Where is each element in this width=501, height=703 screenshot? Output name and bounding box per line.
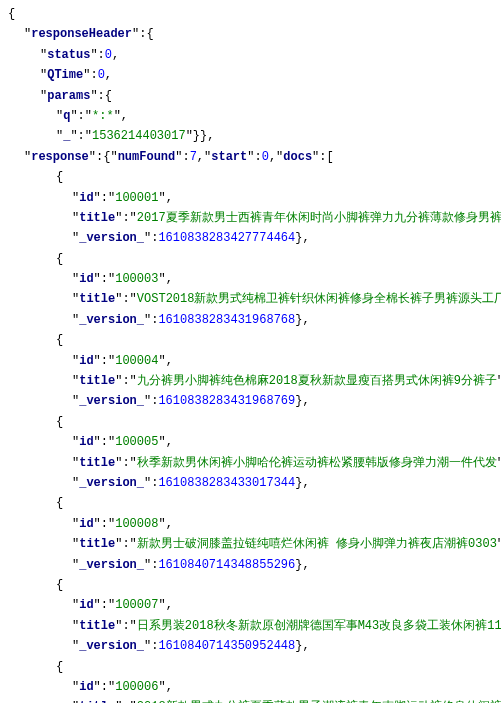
json-line: { [8,167,493,187]
json-punc: ": [90,48,104,62]
json-key: start [211,150,247,164]
json-punc: { [56,252,63,266]
json-key: title [79,537,115,551]
json-punc: "}}, [186,129,215,143]
json-punc: ", [497,374,501,388]
json-key: response [31,150,89,164]
json-punc: { [56,415,63,429]
json-line: "id":"100006", [8,677,493,697]
json-punc: { [56,578,63,592]
json-num: 0 [105,48,112,62]
json-num: 0 [98,68,105,82]
json-line: { [8,4,493,24]
json-punc: ", [158,191,172,205]
json-punc: ": [144,476,158,490]
json-punc: ": [144,558,158,572]
json-punc: ":{" [89,150,118,164]
json-line: "title":"九分裤男小脚裤纯色棉麻2018夏秋新款显瘦百搭男式休闲裤9分裤… [8,371,493,391]
json-key: title [79,619,115,633]
json-str: 100008 [115,517,158,531]
json-key: params [47,89,90,103]
json-key: QTime [47,68,83,82]
json-line: "_version_":1610838283431968769}, [8,391,493,411]
json-punc: ," [197,150,211,164]
json-num: 1610840714348855296 [158,558,295,572]
json-str: 日系男装2018秋冬新款原创潮牌德国军事M43改良多袋工装休闲裤115 [137,619,501,633]
json-key: id [79,191,93,205]
json-punc: ": [144,394,158,408]
json-num: 1610838283431968769 [158,394,295,408]
json-line: "status":0, [8,45,493,65]
json-punc: ": [175,150,189,164]
json-punc: ":" [115,537,137,551]
json-key: _version_ [79,476,144,490]
json-punc: }, [295,558,309,572]
json-punc: ":" [94,354,116,368]
json-punc: ":" [115,456,137,470]
json-punc: , [112,48,119,62]
json-line: "_version_":1610840714348855296}, [8,555,493,575]
json-line: "title":"秋季新款男休闲裤小脚哈伦裤运动裤松紧腰韩版修身弹力潮一件代发"… [8,453,493,473]
json-str: 100007 [115,598,158,612]
json-str: 2017夏季新款男士西裤青年休闲时尚小脚裤弹力九分裤薄款修身男裤 [137,211,501,225]
json-key: id [79,598,93,612]
json-punc: ": [144,639,158,653]
json-punc: ":[ [312,150,334,164]
json-str: 新款男士破洞膝盖拉链纯嘻烂休闲裤 修身小脚弹力裤夜店潮裤0303 [137,537,497,551]
json-punc: ", [158,435,172,449]
json-line: "title":"日系男装2018秋冬新款原创潮牌德国军事M43改良多袋工装休闲… [8,616,493,636]
json-key: _version_ [79,639,144,653]
json-line: "_":"1536214403017"}}, [8,126,493,146]
json-num: 1610838283433017344 [158,476,295,490]
json-line: "title":"新款男士破洞膝盖拉链纯嘻烂休闲裤 修身小脚弹力裤夜店潮裤030… [8,534,493,554]
json-key: id [79,517,93,531]
json-line: "response":{"numFound":7,"start":0,"docs… [8,147,493,167]
json-str: VOST2018新款男式纯棉卫裤针织休闲裤修身全棉长裤子男裤源头工厂 [137,292,501,306]
json-line: "_version_":1610838283427774464}, [8,228,493,248]
json-punc: ":" [94,435,116,449]
json-line: "id":"100003", [8,269,493,289]
json-punc: { [56,660,63,674]
json-punc: { [56,170,63,184]
json-punc: ", [114,109,128,123]
json-key: title [79,292,115,306]
json-str: 100006 [115,680,158,694]
json-line: "title":"VOST2018新款男式纯棉卫裤针织休闲裤修身全棉长裤子男裤源… [8,289,493,309]
json-key: _version_ [79,313,144,327]
json-key: title [79,456,115,470]
json-line: { [8,330,493,350]
json-line: "q":"*:*", [8,106,493,126]
json-line: "id":"100008", [8,514,493,534]
json-punc: ":" [70,109,92,123]
json-punc: ", [158,517,172,531]
json-key: _version_ [79,394,144,408]
json-str: 秋季新款男休闲裤小脚哈伦裤运动裤松紧腰韩版修身弹力潮一件代发 [137,456,497,470]
json-punc: ":" [115,619,137,633]
json-punc: ":" [115,292,137,306]
json-num: 1610838283427774464 [158,231,295,245]
json-key: id [79,354,93,368]
json-key: title [79,211,115,225]
json-punc: ":" [94,517,116,531]
json-punc: ":" [94,191,116,205]
json-punc: ", [158,272,172,286]
json-punc: }, [295,639,309,653]
json-punc: ":" [115,374,137,388]
json-num: 1610840714350952448 [158,639,295,653]
json-punc: }, [295,394,309,408]
json-punc: ": [247,150,261,164]
json-line: { [8,493,493,513]
json-str: 九分裤男小脚裤纯色棉麻2018夏秋新款显瘦百搭男式休闲裤9分裤子 [137,374,497,388]
json-key: responseHeader [31,27,132,41]
json-str: 1536214403017 [92,129,186,143]
json-punc: ": [144,231,158,245]
json-punc: ":{ [90,89,112,103]
json-key: docs [283,150,312,164]
json-line: { [8,657,493,677]
json-str: 100005 [115,435,158,449]
json-punc: { [56,333,63,347]
json-punc: ": [83,68,97,82]
json-line: "id":"100001", [8,188,493,208]
json-line: { [8,412,493,432]
json-punc: ":" [94,680,116,694]
